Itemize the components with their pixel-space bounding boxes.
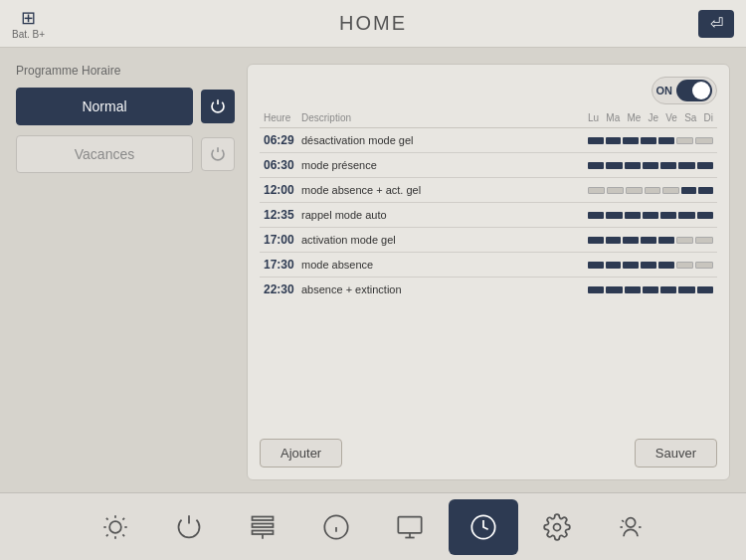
normal-mode-button[interactable]: Normal bbox=[16, 88, 193, 125]
toggle-row: ON bbox=[260, 77, 717, 104]
day-bar bbox=[678, 212, 694, 219]
day-bar bbox=[697, 286, 713, 293]
svg-point-21 bbox=[626, 517, 635, 526]
svg-line-24 bbox=[622, 520, 624, 522]
svg-point-20 bbox=[554, 523, 561, 530]
col-description: Description bbox=[301, 112, 588, 123]
left-panel: Programme Horaire Normal Vacances bbox=[16, 64, 235, 480]
day-bar bbox=[643, 286, 658, 293]
ajouter-button[interactable]: Ajouter bbox=[260, 439, 342, 467]
sauver-button[interactable]: Sauver bbox=[635, 439, 717, 467]
nav-weather[interactable] bbox=[596, 499, 665, 555]
svg-line-7 bbox=[106, 534, 108, 536]
day-bar bbox=[676, 137, 694, 144]
normal-power-button[interactable] bbox=[201, 90, 235, 123]
svg-rect-11 bbox=[253, 530, 274, 534]
day-bar bbox=[588, 237, 604, 244]
normal-mode-row: Normal bbox=[16, 88, 235, 125]
schedule-row: 17:30mode absence bbox=[260, 253, 717, 278]
day-bar bbox=[588, 212, 604, 219]
svg-line-4 bbox=[122, 534, 124, 536]
day-bar bbox=[660, 162, 676, 169]
schedule-row: 06:30mode présence bbox=[260, 153, 717, 178]
day-bar bbox=[676, 262, 694, 269]
day-bar bbox=[641, 237, 656, 244]
day-bar bbox=[643, 212, 658, 219]
day-bar bbox=[607, 187, 624, 194]
day-bar bbox=[588, 137, 604, 144]
nav-info[interactable] bbox=[301, 499, 371, 555]
on-off-toggle[interactable]: ON bbox=[652, 77, 718, 104]
nav-light[interactable] bbox=[81, 499, 150, 555]
schedule-panel: ON Heure Description Lu Ma Me Je Ve Sa D… bbox=[247, 64, 730, 480]
back-icon: ⏎ bbox=[710, 14, 723, 33]
day-bar bbox=[588, 162, 604, 169]
back-button[interactable]: ⏎ bbox=[698, 10, 734, 38]
day-bar bbox=[606, 212, 622, 219]
nav-blinds[interactable] bbox=[228, 499, 297, 555]
col-heure: Heure bbox=[264, 112, 301, 123]
svg-rect-10 bbox=[253, 523, 274, 527]
day-bar bbox=[606, 237, 622, 244]
day-bar bbox=[623, 237, 639, 244]
day-bar bbox=[658, 262, 674, 269]
toggle-switch[interactable] bbox=[676, 80, 712, 101]
day-bar bbox=[678, 162, 694, 169]
bottom-nav bbox=[0, 492, 746, 560]
schedule-row: 17:00activation mode gel bbox=[260, 228, 717, 253]
day-bar bbox=[695, 137, 713, 144]
day-bar bbox=[623, 137, 639, 144]
day-bar bbox=[660, 286, 676, 293]
day-bar bbox=[606, 286, 622, 293]
day-bar bbox=[641, 137, 656, 144]
header: ⊞ Bat. B+ HOME ⏎ bbox=[0, 0, 746, 48]
svg-rect-16 bbox=[398, 516, 421, 532]
day-bar bbox=[588, 262, 604, 269]
day-bar bbox=[588, 286, 604, 293]
day-bar bbox=[676, 237, 694, 244]
vacances-mode-button[interactable]: Vacances bbox=[16, 135, 193, 173]
svg-rect-9 bbox=[253, 516, 274, 520]
schedule-row: 06:29désactivation mode gel bbox=[260, 128, 717, 153]
day-bar bbox=[681, 187, 696, 194]
bat-label: ⊞ Bat. B+ bbox=[12, 7, 45, 40]
day-bar bbox=[625, 162, 641, 169]
schedule-row: 12:00mode absence + act. gel bbox=[260, 178, 717, 203]
nav-clock[interactable] bbox=[449, 499, 518, 555]
day-bar bbox=[678, 286, 694, 293]
nav-power[interactable] bbox=[154, 499, 224, 555]
day-bar bbox=[625, 212, 641, 219]
toggle-label: ON bbox=[656, 85, 673, 96]
schedule-rows: 06:29désactivation mode gel06:30mode pré… bbox=[260, 128, 717, 427]
day-bar bbox=[660, 212, 676, 219]
day-bar bbox=[658, 137, 674, 144]
toggle-knob bbox=[692, 82, 710, 99]
day-bar bbox=[662, 187, 679, 194]
vacances-power-button[interactable] bbox=[201, 137, 235, 171]
nav-scene[interactable] bbox=[375, 499, 445, 555]
day-bar bbox=[606, 262, 622, 269]
svg-line-8 bbox=[122, 517, 124, 519]
programme-label: Programme Horaire bbox=[16, 64, 235, 78]
svg-line-3 bbox=[106, 517, 108, 519]
building-icon: ⊞ bbox=[21, 7, 36, 29]
vacances-mode-row: Vacances bbox=[16, 135, 235, 173]
page-title: HOME bbox=[339, 12, 407, 35]
schedule-row: 22:30absence + extinction bbox=[260, 278, 717, 301]
schedule-row: 12:35rappel mode auto bbox=[260, 203, 717, 228]
col-days-header: Lu Ma Me Je Ve Sa Di bbox=[588, 112, 713, 123]
day-bar bbox=[697, 162, 713, 169]
day-bar bbox=[606, 162, 622, 169]
nav-settings[interactable] bbox=[522, 499, 592, 555]
day-bar bbox=[625, 286, 641, 293]
day-bar bbox=[698, 187, 713, 194]
day-bar bbox=[697, 212, 713, 219]
day-bar bbox=[645, 187, 661, 194]
day-bar bbox=[588, 187, 605, 194]
schedule-header: Heure Description Lu Ma Me Je Ve Sa Di bbox=[260, 112, 717, 128]
day-bar bbox=[643, 162, 658, 169]
schedule-actions: Ajouter Sauver bbox=[260, 439, 717, 467]
day-bar bbox=[626, 187, 643, 194]
day-bar bbox=[623, 262, 639, 269]
day-bar bbox=[606, 137, 622, 144]
